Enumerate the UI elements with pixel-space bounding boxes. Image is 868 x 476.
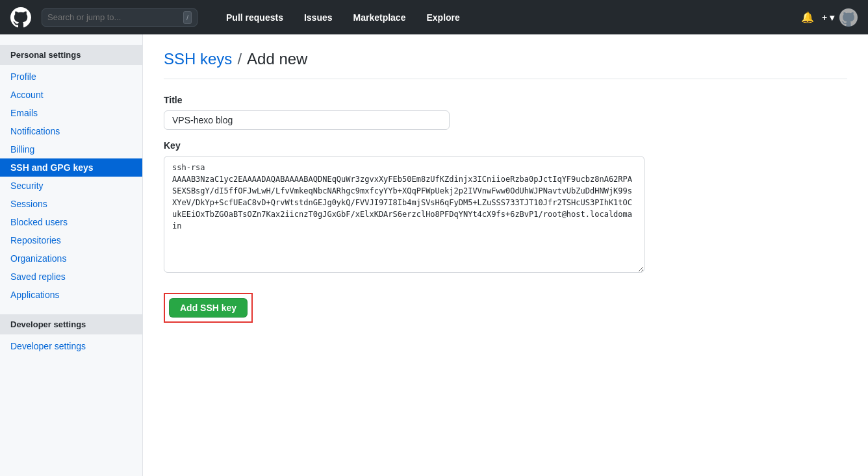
breadcrumb-separator: / (237, 50, 242, 68)
nav-marketplace[interactable]: Marketplace (346, 12, 414, 23)
sidebar-item-developer-settings[interactable]: Developer settings (0, 337, 142, 355)
nav-links: Pull requests Issues Marketplace Explore (213, 12, 468, 23)
navbar-right: 🔔 + ▾ (798, 8, 858, 27)
avatar[interactable] (839, 8, 858, 27)
search-input[interactable] (47, 12, 183, 22)
sidebar-item-repositories[interactable]: Repositories (0, 231, 142, 249)
sidebar-section-developer: Developer settings (0, 314, 142, 334)
main-content: SSH keys / Add new Title Key ssh-rsa AAA… (143, 34, 868, 476)
title-input[interactable] (164, 110, 450, 130)
sidebar-item-notifications[interactable]: Notifications (0, 122, 142, 140)
sidebar-item-billing[interactable]: Billing (0, 140, 142, 158)
title-field-group: Title (164, 95, 847, 130)
add-ssh-key-button[interactable]: Add SSH key (169, 298, 248, 318)
search-kbd: / (183, 11, 192, 24)
sidebar-item-saved-replies[interactable]: Saved replies (0, 268, 142, 286)
key-textarea[interactable]: ssh-rsa AAAAB3NzaC1yc2EAAAADAQABAAAABAQD… (164, 156, 645, 273)
breadcrumb-ssh-keys[interactable]: SSH keys (164, 50, 232, 68)
key-label: Key (164, 140, 847, 151)
nav-issues[interactable]: Issues (296, 12, 340, 23)
sidebar: Personal settings Profile Account Emails… (0, 34, 143, 476)
sidebar-item-organizations[interactable]: Organizations (0, 249, 142, 268)
key-field-group: Key ssh-rsa AAAAB3NzaC1yc2EAAAADAQABAAAA… (164, 140, 847, 275)
notifications-bell[interactable]: 🔔 (798, 8, 817, 26)
navbar: / Pull requests Issues Marketplace Explo… (0, 0, 868, 34)
nav-explore[interactable]: Explore (418, 12, 467, 23)
page-wrapper: Personal settings Profile Account Emails… (0, 34, 868, 476)
sidebar-item-emails[interactable]: Emails (0, 104, 142, 122)
sidebar-item-ssh-gpg[interactable]: SSH and GPG keys (0, 158, 142, 177)
sidebar-item-security[interactable]: Security (0, 177, 142, 195)
sidebar-item-sessions[interactable]: Sessions (0, 195, 142, 213)
sidebar-item-account[interactable]: Account (0, 86, 142, 104)
page-title: Add new (247, 50, 307, 68)
search-bar[interactable]: / (42, 8, 198, 27)
add-ssh-key-highlight: Add SSH key (164, 293, 253, 323)
page-header: SSH keys / Add new (164, 50, 847, 79)
nav-pull-requests[interactable]: Pull requests (218, 12, 291, 23)
sidebar-section-personal: Personal settings (0, 45, 142, 65)
sidebar-item-profile[interactable]: Profile (0, 68, 142, 86)
title-label: Title (164, 95, 847, 105)
sidebar-item-applications[interactable]: Applications (0, 286, 142, 304)
sidebar-item-blocked-users[interactable]: Blocked users (0, 213, 142, 231)
new-item-button[interactable]: + ▾ (822, 12, 834, 23)
github-logo[interactable] (10, 7, 31, 28)
